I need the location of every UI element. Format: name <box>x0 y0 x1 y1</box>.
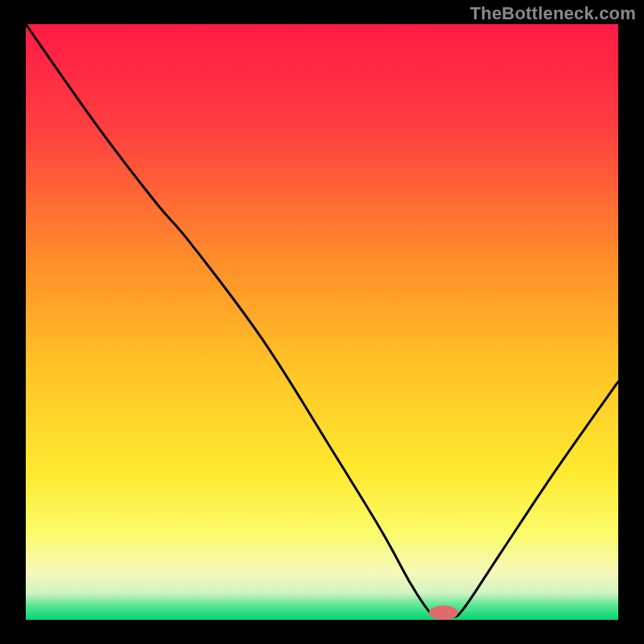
watermark-text: TheBottleneck.com <box>470 3 636 24</box>
chart-frame: TheBottleneck.com <box>0 0 644 644</box>
optimal-marker <box>429 605 458 620</box>
gradient-background <box>26 24 618 620</box>
chart-svg <box>0 0 644 644</box>
